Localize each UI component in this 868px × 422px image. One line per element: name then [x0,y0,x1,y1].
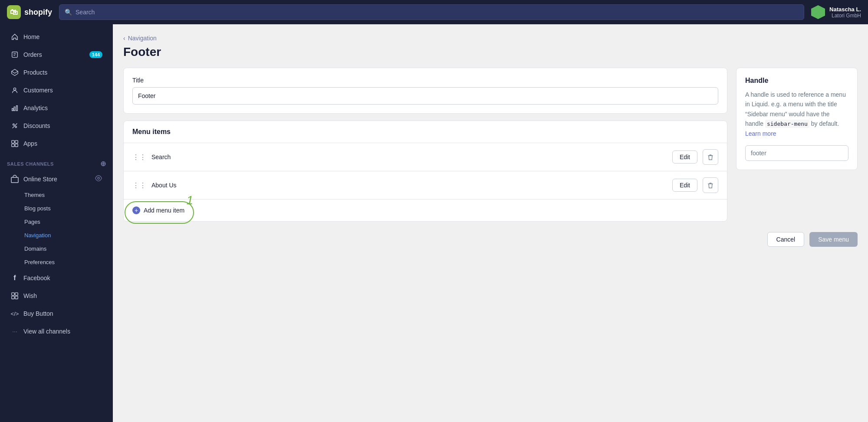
search-icon: 🔍 [65,9,72,16]
drag-handle-about-us[interactable]: ⋮⋮ [132,181,146,190]
svg-rect-13 [15,296,18,299]
sidebar-item-buy-button[interactable]: </> Buy Button [3,305,109,322]
user-text: Natascha L. Latori GmbH [829,6,861,19]
view-all-channels-label: View all channels [23,328,70,335]
right-column: Handle A handle is used to reference a m… [736,68,858,170]
svg-point-9 [98,177,100,180]
logo-icon: 🛍 [7,5,21,19]
customers-icon [10,86,19,95]
online-store-label: Online Store [23,176,57,183]
content-grid: Title Menu items ⋮⋮ Search Edit [123,68,858,222]
sidebar-item-facebook[interactable]: f Facebook [3,269,109,287]
sidebar-item-wish[interactable]: Wish [3,287,109,304]
sales-channels-label: SALES CHANNELS ⊕ [0,153,113,170]
main-layout: Home Orders 144 Products [0,24,868,422]
facebook-icon: f [10,274,19,282]
svg-rect-10 [12,293,14,295]
menu-items-heading: Menu items [124,121,727,143]
add-btn-wrapper: 1 + Add menu item [132,206,184,214]
logo-text: shopify [24,8,52,17]
title-input[interactable] [132,87,718,105]
handle-code: sidebar-menu [765,120,809,128]
menu-item-row: ⋮⋮ Search Edit [124,143,727,171]
content-area: ‹ Navigation Footer Title Menu items ⋮⋮ [113,24,868,422]
handle-card-title: Handle [745,77,848,85]
sidebar-item-home[interactable]: Home [3,28,109,46]
orders-icon [10,50,19,59]
sidebar-item-online-store[interactable]: Online Store [3,170,109,188]
svg-rect-6 [12,144,14,147]
svg-rect-0 [12,52,18,58]
svg-rect-11 [15,293,18,295]
sidebar-item-apps-label: Apps [23,140,37,147]
menu-item-row: ⋮⋮ About Us Edit [124,171,727,200]
svg-rect-8 [11,177,18,183]
add-channel-icon[interactable]: ⊕ [100,160,106,168]
footer-actions: Cancel Save menu [123,223,858,255]
sidebar: Home Orders 144 Products [0,24,113,422]
sidebar-item-orders[interactable]: Orders 144 [3,46,109,63]
search-input[interactable] [76,9,799,16]
sidebar-item-view-all-channels[interactable]: ··· View all channels [3,323,109,340]
sidebar-item-orders-label: Orders [23,51,42,58]
page-title: Footer [123,45,858,59]
logo[interactable]: 🛍 shopify [7,5,52,19]
user-company: Latori GmbH [829,13,861,19]
sidebar-item-buy-button-label: Buy Button [23,310,53,317]
add-menu-item-row: 1 + Add menu item [124,200,727,221]
title-field-label: Title [132,77,718,84]
learn-more-link[interactable]: Learn more [745,130,776,137]
svg-point-3 [15,126,17,128]
menu-items-card: Menu items ⋮⋮ Search Edit ⋮⋮ Abo [123,121,727,222]
menu-item-about-us-name: About Us [151,182,667,189]
buy-button-icon: </> [10,309,19,318]
user-avatar [811,5,825,19]
sidebar-item-discounts[interactable]: Discounts [3,117,109,134]
sidebar-sub-pages[interactable]: Pages [3,215,109,229]
wish-icon [10,291,19,300]
breadcrumb-label: Navigation [128,35,157,42]
edit-search-button[interactable]: Edit [672,150,697,164]
breadcrumb-arrow: ‹ [123,35,125,42]
sidebar-item-customers-label: Customers [23,87,53,94]
sidebar-item-products[interactable]: Products [3,64,109,81]
svg-rect-7 [15,144,18,147]
delete-about-us-button[interactable] [703,177,718,193]
breadcrumb[interactable]: ‹ Navigation [123,35,858,42]
handle-description: A handle is used to reference a menu in … [745,90,848,138]
top-nav: 🛍 shopify 🔍 Natascha L. Latori GmbH [0,0,868,24]
delete-search-button[interactable] [703,149,718,165]
svg-point-1 [13,88,16,90]
sidebar-sub-blog-posts[interactable]: Blog posts [3,202,109,215]
plus-icon: + [132,206,140,214]
sidebar-item-discounts-label: Discounts [23,122,50,129]
sidebar-sub-domains[interactable]: Domains [3,242,109,255]
title-card: Title [123,68,727,114]
sidebar-item-customers[interactable]: Customers [3,82,109,99]
sidebar-item-analytics[interactable]: Analytics [3,99,109,117]
sidebar-sub-navigation[interactable]: Navigation [3,229,109,242]
sidebar-item-wish-label: Wish [23,292,37,299]
online-store-icon [10,175,19,183]
analytics-icon [10,104,19,112]
sidebar-sub-preferences[interactable]: Preferences [3,255,109,269]
handle-card: Handle A handle is used to reference a m… [736,68,858,170]
products-icon [10,68,19,77]
eye-icon[interactable] [95,174,102,183]
sidebar-item-apps[interactable]: Apps [3,135,109,152]
discounts-icon [10,121,19,130]
save-menu-button[interactable]: Save menu [809,232,858,247]
sidebar-sub-themes[interactable]: Themes [3,188,109,202]
edit-about-us-button[interactable]: Edit [672,179,697,192]
sidebar-item-home-label: Home [23,33,39,40]
add-menu-item-button[interactable]: + Add menu item [132,206,184,214]
sidebar-item-facebook-label: Facebook [23,275,50,281]
home-icon [10,33,19,41]
sidebar-item-analytics-label: Analytics [23,105,48,111]
drag-handle-search[interactable]: ⋮⋮ [132,153,146,161]
search-bar[interactable]: 🔍 [59,4,804,20]
cancel-button[interactable]: Cancel [767,232,805,247]
handle-input[interactable] [745,145,848,161]
svg-point-2 [13,124,15,126]
sidebar-item-products-label: Products [23,69,47,76]
